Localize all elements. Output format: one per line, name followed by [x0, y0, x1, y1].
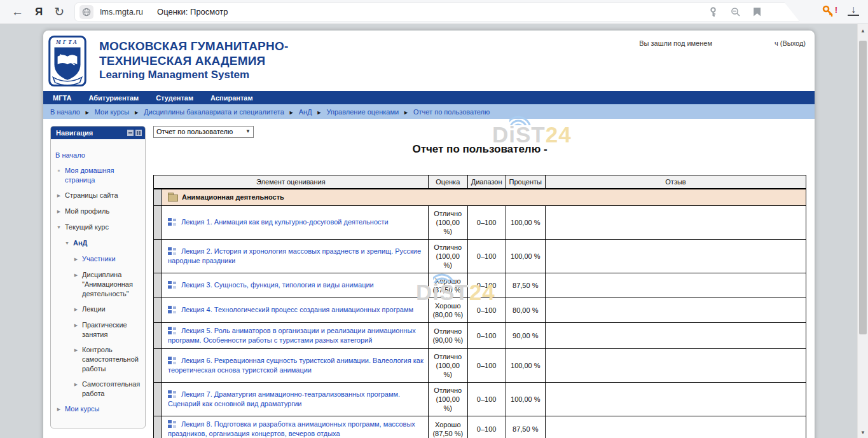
site-content: МГТА МОСКОВСКАЯ ГУМАНИТАРНО- ТЕХНИЧЕСКАЯ…: [43, 31, 815, 438]
range-cell: 0–100: [467, 273, 506, 298]
grade-item-link[interactable]: Лекция 4. Технологический процесс создан…: [181, 306, 413, 313]
breadcrumb-link[interactable]: Дисциплины бакалавриата и специалитета: [144, 108, 299, 116]
reload-icon[interactable]: ↻: [54, 6, 64, 18]
feedback-cell: [546, 205, 806, 239]
navigation-link[interactable]: Страницы сайта: [65, 191, 118, 200]
grade-cell: Отлично(100,00 %): [428, 205, 467, 239]
feedback-cell: [546, 273, 806, 298]
navigation-link[interactable]: Лекции: [82, 305, 106, 314]
main-menu-item[interactable]: Аспирантам: [210, 94, 252, 102]
key-icon[interactable]: [708, 7, 718, 17]
column-percent: Проценты: [506, 175, 545, 189]
main-menu-item[interactable]: Студентам: [156, 94, 193, 102]
feedback-cell: [546, 348, 806, 382]
tree-toggle-icon[interactable]: [72, 254, 79, 264]
grade-item-cell: Лекция 7. Драматургия анимационно-театра…: [162, 382, 429, 416]
site-title-line3: Learning Managment System: [99, 68, 806, 82]
tree-toggle-icon[interactable]: [72, 380, 79, 390]
grade-item-link[interactable]: Лекция 3. Сущность, функция, типология и…: [181, 281, 374, 289]
scroll-down-icon[interactable]: ▼: [858, 430, 868, 435]
tree-toggle-icon[interactable]: [72, 345, 79, 355]
yandex-logo-icon[interactable]: Я: [35, 6, 43, 17]
percent-cell: 100,00 %: [506, 348, 545, 382]
indent-cell: [154, 382, 162, 416]
collapse-block-icon[interactable]: [127, 130, 134, 136]
tree-toggle-icon[interactable]: [55, 191, 62, 201]
navigation-tree-item: В начало: [55, 151, 142, 160]
percent-cell: 100,00 %: [506, 205, 545, 239]
report-type-select[interactable]: Отчет по пользователю: [153, 126, 254, 138]
navigation-link[interactable]: Самостоятельная работа: [82, 380, 142, 399]
navigation-link[interactable]: Практические занятия: [82, 320, 142, 339]
grades-table: Элемент оценивания Оценка Диапазон Проце…: [153, 175, 806, 438]
range-cell: 0–100: [467, 322, 506, 348]
page-tab-title: Оценки: Просмотр: [157, 7, 228, 17]
breadcrumb-link[interactable]: Отчет по пользователю: [413, 108, 490, 116]
find-icon[interactable]: [731, 7, 741, 17]
breadcrumb-link[interactable]: АнД: [299, 108, 327, 116]
grade-item-link[interactable]: Анимационная деятельность: [182, 193, 284, 201]
bookmark-icon[interactable]: [754, 8, 761, 17]
indent-cell: [154, 205, 162, 239]
page-scrollbar[interactable]: ▲ ▼: [857, 24, 868, 438]
grade-cell: [428, 189, 467, 206]
tree-toggle-icon[interactable]: [64, 238, 71, 249]
scroll-up-icon[interactable]: ▲: [858, 28, 868, 34]
grade-item-link[interactable]: Лекция 8. Подготовка и разработка анимац…: [168, 420, 415, 437]
main-menu-item[interactable]: МГТА: [53, 94, 71, 102]
main-menu-item[interactable]: Абитуриентам: [88, 94, 139, 102]
grade-cell: Хорошо(87,50 %): [428, 416, 467, 438]
percent-cell: 87,50 %: [506, 416, 545, 438]
activity-icon: [168, 390, 177, 398]
navigation-link[interactable]: Контроль самостоятельной работы: [82, 345, 142, 374]
scrollbar-thumb[interactable]: [859, 41, 867, 334]
indent-cell: [154, 273, 162, 298]
tree-toggle-icon[interactable]: [72, 320, 79, 331]
tree-toggle-icon[interactable]: [55, 222, 62, 233]
grade-cell: Отлично(100,00 %): [428, 348, 467, 382]
grade-row: Лекция 2. История и хронология массовых …: [154, 239, 806, 273]
range-cell: 0–100: [467, 416, 506, 438]
tree-toggle-icon[interactable]: [55, 207, 62, 217]
downloads-icon[interactable]: ↓: [848, 4, 859, 16]
grade-row: Лекция 6. Рекреационная сущность туристс…: [154, 348, 806, 382]
address-bar[interactable]: lms.mgta.ru Оценки: Просмотр: [74, 3, 799, 22]
navigation-tree-item: Самостоятельная работа: [55, 380, 142, 399]
grade-item-cell: Лекция 6. Рекреационная сущность туристс…: [162, 348, 429, 382]
breadcrumb-link[interactable]: Мои курсы: [95, 108, 144, 116]
grade-item-link[interactable]: Лекция 2. История и хронология массовых …: [168, 247, 421, 264]
grade-item-link[interactable]: Лекция 5. Роль аниматоров в организации …: [168, 327, 416, 344]
breadcrumb-link[interactable]: Управление оценками: [327, 108, 414, 116]
main-content: Отчет по пользователю Отчет по пользоват…: [146, 119, 815, 438]
grade-item-link[interactable]: Лекция 1. Анимация как вид культурно-дос…: [181, 218, 389, 226]
grade-item-cell: Лекция 8. Подготовка и разработка анимац…: [162, 416, 429, 438]
navigation-link[interactable]: Мой профиль: [65, 207, 109, 216]
tree-toggle-icon[interactable]: [72, 270, 79, 280]
main-menu: МГТААбитуриентамСтудентамАспирантам: [43, 91, 815, 104]
navigation-tree-item: Страницы сайта: [55, 191, 142, 201]
breadcrumb-link[interactable]: В начало: [50, 108, 95, 116]
tree-toggle-icon[interactable]: [55, 404, 62, 414]
grade-cell: Отлично(100,00 %): [428, 382, 467, 416]
dock-block-icon[interactable]: [135, 130, 142, 136]
navigation-link[interactable]: В начало: [55, 151, 85, 160]
navigation-link[interactable]: АнД: [73, 238, 87, 248]
activity-icon: [168, 247, 177, 255]
back-icon[interactable]: ←: [11, 6, 24, 18]
navigation-tree-item: Мой профиль: [55, 207, 142, 217]
navigation-link[interactable]: Мои курсы: [65, 404, 99, 414]
tree-toggle-icon[interactable]: [55, 166, 62, 177]
grade-item-link[interactable]: Лекция 6. Рекреационная сущность туристс…: [168, 357, 424, 374]
navigation-link[interactable]: Дисциплина "Анимационная деятельность": [82, 270, 142, 299]
tree-toggle-icon[interactable]: [72, 305, 79, 315]
indent-cell: [154, 298, 162, 322]
navigation-link[interactable]: Участники: [82, 254, 116, 264]
navigation-link[interactable]: Текущий курс: [65, 222, 109, 232]
indent-cell: [154, 348, 162, 382]
logout-link[interactable]: ч (Выход): [775, 39, 806, 47]
grade-item-link[interactable]: Лекция 7. Драматургия анимационно-театра…: [168, 390, 400, 407]
url-text[interactable]: lms.mgta.ru: [100, 7, 143, 17]
navigation-block: Навигация В начало: [50, 126, 146, 428]
password-alert-icon[interactable]: !: [822, 5, 837, 17]
navigation-link[interactable]: Моя домашняя страница: [65, 166, 142, 185]
